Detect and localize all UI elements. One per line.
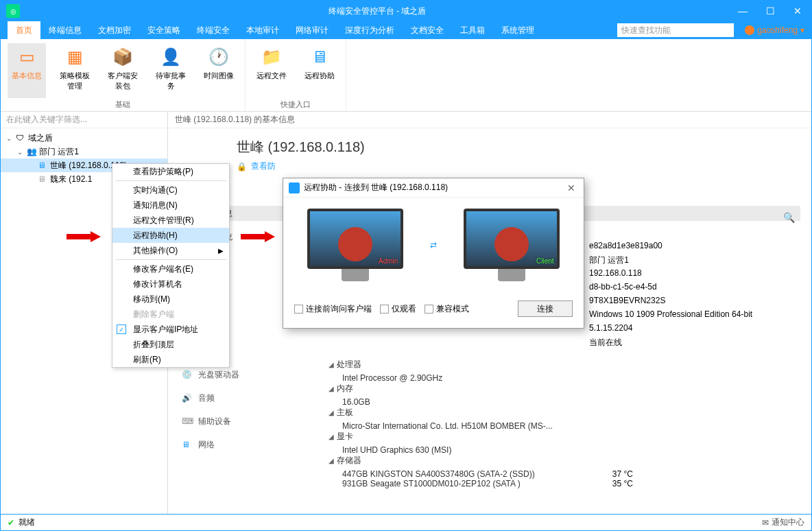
main-tabs: 首页 终端信息 文档加密 安全策略 终端安全 本地审计 网络审计 深度行为分析 … xyxy=(1,21,811,39)
category-list: 💿光盘驱动器 🔊音频 ⌨辅助设备 🖥网络 xyxy=(182,363,239,456)
approval-icon: 👤 xyxy=(160,46,182,68)
tab-local-audit[interactable]: 本地审计 xyxy=(238,21,287,39)
menu-view-policy[interactable]: 查看防护策略(P) xyxy=(112,164,229,179)
monitor-icon: 🖥 xyxy=(309,46,331,68)
collapse-icon[interactable]: ◢ xyxy=(329,457,334,464)
tree-dept[interactable]: ⌄👥部门 运营1 xyxy=(1,145,167,158)
titlebar: ◎ 终端安全管控平台 - 域之盾 ― ☐ ✕ xyxy=(1,1,811,21)
menu-rename-client[interactable]: 修改客户端名(E) xyxy=(112,261,229,276)
client-title: 世峰 (192.168.0.118) xyxy=(237,138,804,156)
menu-rename-computer[interactable]: 修改计算机名 xyxy=(112,276,229,292)
lock-icon: 🔒 xyxy=(237,162,247,172)
minimize-button[interactable]: ― xyxy=(729,1,756,21)
tab-network-audit[interactable]: 网络审计 xyxy=(287,21,337,39)
tab-doc-security[interactable]: 文档安全 xyxy=(403,21,452,39)
search-icon[interactable]: 🔍 xyxy=(783,212,795,223)
ribbon-group-quick: 快捷入口 xyxy=(252,98,339,111)
collapse-icon[interactable]: ◢ xyxy=(329,385,334,392)
tab-behavior[interactable]: 深度行为分析 xyxy=(337,21,403,39)
hw-mb-label: 主板 xyxy=(337,408,353,417)
context-menu: 查看防护策略(P) 实时沟通(C) 通知消息(N) 远程文件管理(R) 远程协助… xyxy=(112,163,230,368)
ribbon-group-basic: 基础 xyxy=(8,98,238,111)
tree-root[interactable]: ⌄🛡域之盾 xyxy=(1,131,167,145)
user-menu[interactable]: gaoshifeng ▾ xyxy=(738,21,811,39)
statusbar: ✔ 就绪 ✉通知中心 xyxy=(1,514,811,530)
cat-aux[interactable]: ⌨辅助设备 xyxy=(182,410,239,433)
info-dept: 部门 运营1 xyxy=(589,255,629,266)
quick-search-input[interactable]: 快速查找功能 xyxy=(617,23,734,37)
tab-system[interactable]: 系统管理 xyxy=(493,21,542,39)
info-icon: ▭ xyxy=(16,46,38,68)
tab-tools[interactable]: 工具箱 xyxy=(452,21,493,39)
view-protection-link[interactable]: 查看防 xyxy=(251,161,276,172)
tab-terminal-security[interactable]: 终端安全 xyxy=(189,21,238,39)
admin-monitor: Admin xyxy=(307,209,403,281)
ribbon-installer[interactable]: 📦客户端安装包 xyxy=(104,43,142,98)
checkbox-ask-before[interactable]: 连接前询问客户端 xyxy=(294,303,372,315)
pc-icon: 🖥 xyxy=(38,161,49,170)
dropdown-icon: ▾ xyxy=(800,25,804,35)
ribbon: ▭基本信息 ▦策略模板管理 📦客户端安装包 👤待审批事务 🕐时间图像 基础 📁远… xyxy=(1,39,811,112)
menu-refresh[interactable]: 刷新(R) xyxy=(112,352,229,367)
dialog-close-button[interactable]: ✕ xyxy=(564,182,578,193)
ribbon-basic-info[interactable]: ▭基本信息 xyxy=(8,43,46,98)
menu-remote-assist[interactable]: 远程协助(H) xyxy=(112,228,229,243)
app-icon: ◎ xyxy=(6,4,20,18)
hw-cpu-label: 处理器 xyxy=(337,359,361,369)
collapse-icon[interactable]: ◢ xyxy=(329,361,334,368)
ribbon-remote-assist[interactable]: 🖥远程协助 xyxy=(300,43,339,98)
info-os: Windows 10 1909 Professional Edition 64-… xyxy=(589,309,752,319)
username: gaoshifeng xyxy=(757,25,798,35)
hw-cpu: Intel Processor @ 2.90GHz xyxy=(342,373,798,383)
menu-chat[interactable]: 实时沟通(C) xyxy=(112,182,229,198)
status-text: 就绪 xyxy=(19,517,35,528)
pc-icon: 🖥 xyxy=(38,174,49,184)
tab-doc-encrypt[interactable]: 文档加密 xyxy=(90,21,139,39)
collapse-icon[interactable]: ◢ xyxy=(329,433,334,440)
dialog-title: 远程协助 - 连接到 世峰 (192.168.0.118) xyxy=(304,182,564,193)
cat-network[interactable]: 🖥网络 xyxy=(182,433,239,456)
menu-show-ip[interactable]: ✓显示客户端IP地址 xyxy=(112,322,229,337)
hw-disk1-temp: 37 °C xyxy=(612,469,633,479)
collapse-icon[interactable]: ◢ xyxy=(329,409,334,416)
checkbox-compat[interactable]: 兼容模式 xyxy=(425,303,469,315)
shield-icon: 🛡 xyxy=(16,133,27,143)
speaker-icon: 🔊 xyxy=(182,393,193,403)
notification-center[interactable]: ✉通知中心 xyxy=(762,517,804,528)
info-client-id: e82a8d1e3e819a00 xyxy=(589,241,662,250)
cat-audio[interactable]: 🔊音频 xyxy=(182,386,239,410)
tab-security-policy[interactable]: 安全策略 xyxy=(139,21,189,39)
menu-collapse[interactable]: 折叠到顶层 xyxy=(112,337,229,352)
ribbon-approval[interactable]: 👤待审批事务 xyxy=(152,43,190,98)
hw-mb: Micro-Star International Co. Ltd. H510M … xyxy=(342,421,798,431)
transfer-arrows-icon: ⇄ xyxy=(430,237,437,252)
user-icon xyxy=(745,25,754,35)
window-title: 终端安全管控平台 - 域之盾 xyxy=(25,5,729,17)
check-icon: ✓ xyxy=(117,324,126,334)
ribbon-remote-file[interactable]: 📁远程文件 xyxy=(252,43,291,98)
ribbon-policy-template[interactable]: ▦策略模板管理 xyxy=(56,43,94,98)
tree-filter-input[interactable]: 在此键入关键字筛选... xyxy=(1,112,167,128)
shield-icon xyxy=(289,182,300,193)
close-button[interactable]: ✕ xyxy=(784,1,811,21)
hw-storage-label: 存储器 xyxy=(337,456,361,465)
hw-gpu: Intel UHD Graphics 630 (MSI) xyxy=(342,445,798,455)
menu-remote-file[interactable]: 远程文件管理(R) xyxy=(112,213,229,228)
maximize-button[interactable]: ☐ xyxy=(756,1,784,21)
mail-icon: ✉ xyxy=(762,518,769,528)
chevron-right-icon: ▶ xyxy=(218,247,224,255)
tab-home[interactable]: 首页 xyxy=(8,21,40,39)
menu-move-to[interactable]: 移动到(M) xyxy=(112,292,229,307)
connect-button[interactable]: 连接 xyxy=(518,300,573,317)
info-serial: 9T8X1B9EVRN232S xyxy=(589,296,665,305)
template-icon: ▦ xyxy=(64,46,86,68)
hw-mem-label: 内存 xyxy=(337,384,353,393)
menu-notify[interactable]: 通知消息(N) xyxy=(112,198,229,213)
checkbox-view-only[interactable]: 仅观看 xyxy=(380,303,416,315)
ribbon-time-image[interactable]: 🕐时间图像 xyxy=(200,43,238,98)
disc-icon: 💿 xyxy=(182,370,193,379)
tab-terminal-info[interactable]: 终端信息 xyxy=(40,21,90,39)
hw-disk2-temp: 35 °C xyxy=(612,479,633,488)
menu-other-ops[interactable]: 其他操作(O)▶ xyxy=(112,243,229,258)
annotation-arrow-2 xyxy=(241,231,275,242)
